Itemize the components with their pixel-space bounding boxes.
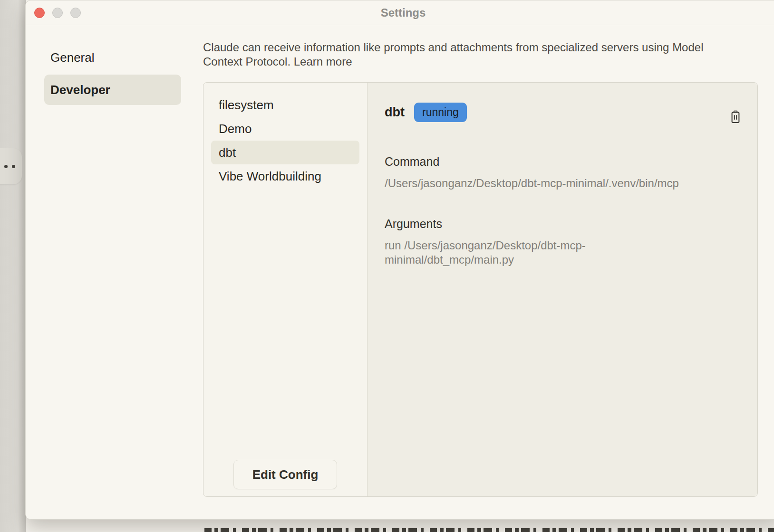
learn-more-link[interactable]: Learn more — [294, 55, 352, 68]
server-item-label: filesystem — [219, 98, 274, 113]
edit-config-button[interactable]: Edit Config — [233, 460, 337, 489]
sidebar-item-general[interactable]: General — [44, 46, 181, 69]
server-detail-pane: dbt running Command /Users/jasonganz/Des… — [368, 83, 757, 496]
server-item-filesystem[interactable]: filesystem — [211, 93, 359, 117]
sidebar-item-label: Developer — [50, 83, 110, 97]
clipped-background-text — [204, 528, 774, 532]
settings-window: Settings General Developer Claude can re… — [25, 0, 774, 520]
server-item-dbt[interactable]: dbt — [211, 141, 359, 164]
description-text: Claude can receive information like prom… — [203, 41, 704, 68]
handle-dot-icon — [4, 165, 8, 168]
server-list: filesystem Demo dbt Vibe Worldbuilding E… — [203, 83, 368, 496]
sidebar: General Developer — [44, 46, 181, 105]
delete-server-button[interactable] — [729, 110, 742, 124]
background-window-edge — [0, 0, 26, 532]
mcp-description: Claude can receive information like prom… — [203, 40, 713, 69]
trash-icon — [729, 110, 742, 124]
background-window-handle[interactable] — [0, 148, 22, 184]
server-item-label: Vibe Worldbuilding — [219, 169, 321, 184]
titlebar[interactable]: Settings — [26, 0, 774, 25]
command-label: Command — [385, 156, 740, 168]
handle-dot-icon — [12, 165, 15, 168]
command-value: /Users/jasonganz/Desktop/dbt-mcp-minimal… — [385, 176, 727, 190]
status-badge: running — [414, 103, 467, 122]
arguments-label: Arguments — [385, 218, 740, 230]
server-name: dbt — [385, 105, 405, 120]
mcp-servers-panel: filesystem Demo dbt Vibe Worldbuilding E… — [203, 82, 758, 497]
server-item-label: dbt — [219, 145, 236, 160]
server-detail-header: dbt running — [385, 102, 740, 123]
sidebar-item-label: General — [50, 50, 95, 65]
server-item-label: Demo — [219, 122, 252, 136]
arguments-value: run /Users/jasonganz/Desktop/dbt-mcp-min… — [385, 238, 618, 267]
server-item-demo[interactable]: Demo — [211, 117, 359, 141]
server-item-vibe-worldbuilding[interactable]: Vibe Worldbuilding — [211, 164, 359, 188]
window-title: Settings — [26, 6, 774, 19]
sidebar-item-developer[interactable]: Developer — [44, 75, 181, 105]
